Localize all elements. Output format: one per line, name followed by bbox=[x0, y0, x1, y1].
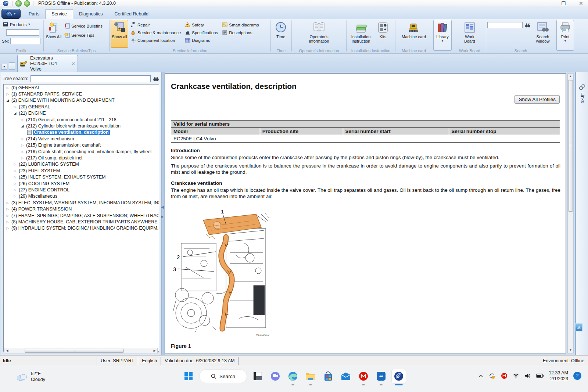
diagrams-button[interactable]: Diagrams bbox=[184, 36, 218, 44]
time-button[interactable]: Time bbox=[272, 20, 290, 48]
tree-item[interactable]: ▷(9) HYDRAULIC SYSTEM; DIGGING/ HANDLING… bbox=[4, 225, 159, 231]
expand-arrow-icon[interactable]: ▷ bbox=[20, 118, 25, 122]
chat-shortcut-icon[interactable]: ⇄ bbox=[575, 323, 583, 331]
library-button[interactable]: Library ▼ bbox=[433, 20, 452, 51]
search-input[interactable] bbox=[487, 22, 523, 28]
clock-widget[interactable]: 12:33 AM 2/1/2023 bbox=[549, 370, 568, 382]
service-tips-button[interactable]: Service Tips bbox=[64, 31, 103, 39]
scroll-right-icon[interactable]: ▶ bbox=[152, 349, 157, 352]
binoculars-icon[interactable] bbox=[524, 22, 531, 28]
tab-diagnostics[interactable]: Diagnostics bbox=[73, 10, 109, 19]
expand-arrow-icon[interactable]: ▷ bbox=[5, 92, 10, 96]
mega-tray-icon[interactable] bbox=[501, 373, 508, 379]
tab-list-dropdown-button[interactable]: ▼ bbox=[1, 64, 7, 70]
chat-button[interactable] bbox=[268, 369, 282, 383]
tab-parts[interactable]: Parts bbox=[23, 10, 45, 19]
smart-diagrams-button[interactable]: Smart diagrams bbox=[222, 21, 259, 29]
tree-search-input[interactable] bbox=[31, 75, 151, 82]
expand-arrow-icon[interactable]: ▷ bbox=[5, 220, 10, 224]
sn-input[interactable] bbox=[10, 38, 40, 44]
collapse-arrow-icon[interactable]: ◢ bbox=[20, 124, 25, 128]
descriptions-button[interactable]: Descriptions bbox=[222, 29, 259, 36]
tree-item[interactable]: ▷(23) FUEL SYSTEM bbox=[4, 168, 159, 174]
print-button[interactable]: Print ▼ bbox=[556, 20, 574, 51]
tray-chevron-up-icon[interactable] bbox=[478, 374, 483, 378]
document-tab-ec250e[interactable]: Excavators EC250E LC4 Volvo ✕ bbox=[17, 55, 78, 72]
weather-widget[interactable]: 52°F Cloudy bbox=[15, 371, 45, 382]
component-location-button[interactable]: Component location bbox=[130, 36, 181, 44]
tree-item[interactable]: ▷(217) Oil sump, dipstick incl. bbox=[4, 155, 159, 161]
scrollbar-thumb[interactable]: ||| bbox=[25, 349, 124, 353]
tree-item[interactable]: ▷(0) GENERAL bbox=[4, 84, 159, 91]
expand-arrow-icon[interactable]: ▷ bbox=[12, 169, 18, 173]
scrollbar-thumb[interactable] bbox=[568, 80, 573, 212]
expand-arrow-icon[interactable]: ▷ bbox=[5, 226, 10, 230]
search-window-button[interactable]: Search window bbox=[532, 20, 553, 48]
volume-icon[interactable] bbox=[524, 373, 531, 378]
profile-input[interactable] bbox=[6, 29, 39, 36]
scroll-left-icon[interactable]: ◀ bbox=[4, 349, 10, 352]
expand-arrow-icon[interactable]: ▷ bbox=[12, 105, 18, 109]
teamviewer-button[interactable] bbox=[374, 369, 388, 383]
tree-item[interactable]: ◢(21) ENGINE bbox=[4, 110, 159, 116]
tree-item[interactable]: ▷(22) LUBRICATING SYSTEM bbox=[4, 161, 159, 168]
installation-instruction-button[interactable]: Installation Instruction bbox=[348, 20, 374, 48]
binoculars-icon[interactable] bbox=[153, 76, 159, 82]
tree-item[interactable]: ▷(4) POWER TRANSMISSION bbox=[4, 206, 159, 212]
expand-arrow-icon[interactable]: ▷ bbox=[12, 194, 18, 198]
edge-browser-button[interactable] bbox=[286, 369, 300, 383]
forward-button[interactable]: › bbox=[24, 0, 30, 7]
battery-icon[interactable] bbox=[536, 374, 544, 378]
mail-button[interactable] bbox=[339, 369, 353, 383]
work-board-button[interactable]: Work Board bbox=[459, 20, 480, 48]
tree-item[interactable]: ▷(7) FRAME; SPRINGS; DAMPING; AXLE SUSPE… bbox=[4, 212, 159, 219]
sync-icon[interactable] bbox=[488, 373, 496, 379]
safety-button[interactable]: Safety bbox=[184, 21, 218, 29]
tab-service[interactable]: Service bbox=[45, 9, 73, 19]
prosis-app-button[interactable] bbox=[392, 369, 406, 383]
expand-arrow-icon[interactable]: ▷ bbox=[5, 214, 10, 217]
wifi-icon[interactable] bbox=[513, 373, 519, 378]
task-view-button[interactable] bbox=[251, 369, 265, 383]
products-button[interactable]: Products ▼ bbox=[3, 21, 42, 28]
close-button[interactable]: ✕ bbox=[577, 0, 585, 7]
tree-item[interactable]: ▷(29) Miscellaneous bbox=[4, 193, 159, 199]
tab-certified-rebuild[interactable]: Certified Rebuild bbox=[109, 10, 154, 19]
service-bulletins-button[interactable]: Service Bulletins bbox=[64, 22, 103, 30]
expand-arrow-icon[interactable]: ▷ bbox=[20, 150, 25, 154]
expand-arrow-icon[interactable]: ▷ bbox=[12, 162, 18, 166]
restore-button[interactable]: ❐ bbox=[559, 0, 567, 7]
expand-arrow-icon[interactable]: ▷ bbox=[20, 137, 25, 141]
expand-arrow-icon[interactable]: ▷ bbox=[20, 156, 25, 160]
panel-splitter[interactable]: ◀ ▶ bbox=[162, 72, 165, 355]
kits-button[interactable]: Kits bbox=[374, 20, 392, 48]
expand-arrow-icon[interactable]: ▷ bbox=[12, 182, 18, 186]
machine-card-button[interactable]: Machine card bbox=[401, 20, 427, 48]
file-explorer-button[interactable] bbox=[304, 369, 318, 383]
tree-item[interactable]: ◢(212) Cylinder block with crankcase ven… bbox=[4, 123, 159, 129]
show-all-service-info-button[interactable]: ! Show all bbox=[111, 20, 128, 48]
links-panel[interactable]: Links bbox=[575, 72, 588, 355]
expand-arrow-icon[interactable]: ▷ bbox=[12, 188, 18, 192]
tree-item[interactable]: ▷(214) Valve mechanism bbox=[4, 136, 159, 142]
microsoft-store-button[interactable] bbox=[321, 369, 335, 383]
close-tab-icon[interactable]: ✕ bbox=[71, 61, 75, 66]
tree-item[interactable]: ◢(2) ENGINE WITH MOUNTING AND EQUIPMENT bbox=[4, 97, 159, 104]
collapse-left-icon[interactable]: ◀ bbox=[161, 205, 164, 209]
expand-arrow-icon[interactable]: ▷ bbox=[5, 86, 10, 90]
tree-horizontal-scrollbar[interactable]: ◀ ||| ▶ bbox=[4, 348, 158, 353]
tree-item[interactable]: Crankcase ventilation, description bbox=[4, 129, 159, 136]
tree-item[interactable]: ▷(25) INLET SYSTEM; EXHAUST SYSTEM bbox=[4, 174, 159, 180]
collapse-arrow-icon[interactable]: ◢ bbox=[5, 98, 10, 102]
repair-button[interactable]: Repair bbox=[130, 21, 181, 29]
tree-item[interactable]: ▷(215) Engine transmission; camshaft bbox=[4, 142, 159, 148]
expand-arrow-icon[interactable]: ▷ bbox=[20, 143, 25, 147]
tree-item[interactable]: ▷(20) GENERAL bbox=[4, 104, 159, 110]
tree-item[interactable]: ▷(3) ELEC. SYSTEM; WARNING SYSTEM; INFOR… bbox=[4, 199, 159, 206]
expand-arrow-icon[interactable]: ▷ bbox=[5, 201, 10, 205]
tree-item[interactable]: ▷(27) ENGINE CONTROL bbox=[4, 187, 159, 193]
operators-information-button[interactable]: Operator's Information bbox=[299, 20, 339, 48]
expand-arrow-icon[interactable]: ▷ bbox=[5, 207, 10, 211]
taskbar-search[interactable]: Search bbox=[199, 369, 247, 383]
scroll-up-icon[interactable]: ▲ bbox=[568, 74, 573, 79]
